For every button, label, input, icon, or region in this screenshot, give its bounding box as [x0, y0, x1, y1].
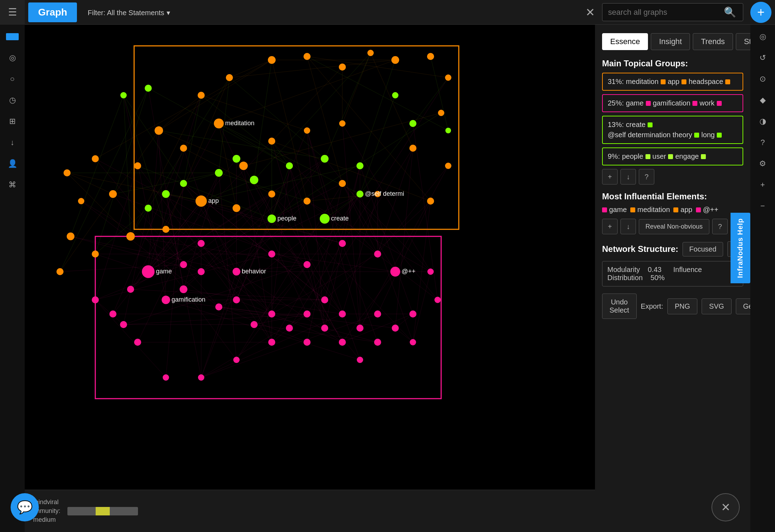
export-label: Export: — [641, 302, 663, 310]
tab-trends[interactable]: Trends — [693, 33, 733, 50]
inf-help-button[interactable]: ? — [712, 219, 728, 234]
inf-term2: meditation — [637, 206, 670, 214]
influential-item-4: @++ — [696, 206, 719, 214]
bottom-bar: mindviral immunity: medium — [25, 490, 620, 532]
group4-term3: engage — [675, 152, 699, 161]
tab-insight[interactable]: Insight — [651, 33, 690, 50]
inf-down-button[interactable]: ↓ — [620, 219, 636, 234]
graph-canvas[interactable] — [25, 25, 644, 532]
group1-dot1 — [661, 79, 666, 84]
rs-help-icon[interactable]: ? — [754, 134, 771, 151]
float-chat-button[interactable]: 💬 — [11, 493, 39, 521]
group3-dot3 — [717, 133, 722, 138]
network-structure-row: Network Structure: Focused ? — [602, 241, 743, 257]
modularity-label: Modularity — [607, 266, 640, 273]
topical-help-button[interactable]: ? — [639, 169, 654, 185]
export-gexf-button[interactable]: Gexf — [736, 298, 750, 314]
undo-select-button[interactable]: Undo Select — [602, 294, 637, 319]
sidebar-download-icon[interactable]: ↓ — [4, 134, 21, 151]
metrics-row: Modularity 0.43 Influence Distribution 5… — [602, 261, 743, 286]
rs-eye-icon[interactable]: ◎ — [754, 28, 771, 45]
group2-dot1 — [646, 101, 651, 106]
sidebar-circle-icon[interactable]: ○ — [4, 71, 21, 87]
rs-contrast-icon[interactable]: ◑ — [754, 113, 771, 130]
sidebar-link-icon[interactable]: ⌘ — [4, 176, 21, 193]
group3-term1: create — [626, 121, 646, 129]
group2-term1: game — [626, 99, 644, 107]
left-sidebar: ◎ ○ ◷ ⊞ ↓ 👤 ⌘ — [0, 25, 25, 532]
group1-dot3 — [725, 79, 730, 84]
close-button[interactable]: ✕ — [585, 6, 595, 19]
float-close-button[interactable]: ✕ — [711, 493, 740, 521]
group4-dot3 — [701, 154, 706, 159]
graph-canvas-el — [25, 25, 644, 532]
influential-title: Most Influential Elements: — [602, 192, 743, 201]
sidebar-eye-icon[interactable]: ◎ — [4, 49, 21, 66]
reveal-button[interactable]: Reveal Non-obvious — [639, 219, 709, 234]
influential-item-3: app — [673, 206, 692, 214]
group1-percent: 31%: — [608, 78, 624, 86]
group2-term2: gamification — [653, 99, 691, 107]
inf-term3: app — [680, 206, 692, 214]
export-svg-button[interactable]: SVG — [702, 298, 731, 314]
sidebar-grid-icon[interactable]: ⊞ — [4, 113, 21, 130]
filter-label[interactable]: Filter: All the Statements ▾ — [88, 7, 170, 17]
immunity-bar — [67, 507, 138, 515]
search-input[interactable] — [608, 8, 721, 17]
group3-term3: long — [701, 131, 715, 139]
group3-dot2 — [694, 133, 699, 138]
menu-button[interactable]: ☰ — [0, 0, 25, 25]
rs-refresh-icon[interactable]: ↺ — [754, 49, 771, 66]
inf-dot3 — [673, 207, 678, 212]
group2-dot2 — [692, 101, 697, 106]
inf-add-button[interactable]: + — [602, 219, 618, 234]
topic-group-3[interactable]: 13%: create @self determination theory l… — [602, 116, 743, 144]
mindviral-line3: medium — [33, 516, 56, 523]
influence-value: 50% — [650, 274, 665, 282]
rs-diamond-icon[interactable]: ◆ — [754, 92, 771, 109]
modularity-value: 0.43 — [648, 266, 662, 273]
group3-term2: @self determination theory — [608, 131, 692, 139]
group2-term3: work — [699, 99, 714, 107]
group4-percent: 9%: — [608, 152, 620, 161]
topical-add-button[interactable]: + — [602, 169, 618, 185]
new-graph-button[interactable]: + — [750, 2, 771, 23]
inf-dot1 — [602, 207, 607, 212]
network-structure-badge: Focused — [683, 242, 723, 256]
group3-percent: 13%: — [608, 121, 624, 129]
topic-group-2[interactable]: 25%: game gamification work — [602, 94, 743, 112]
group3-dot1 — [648, 122, 653, 127]
group1-term1: meditation — [626, 78, 659, 86]
influential-item-1: game — [602, 206, 627, 214]
infranodus-help-panel[interactable]: InfraNodus Help — [731, 213, 750, 283]
tab-essence[interactable]: Essence — [602, 33, 648, 50]
filter-arrow-icon: ▾ — [167, 9, 170, 17]
group4-term1: people — [622, 152, 643, 161]
topic-group-4[interactable]: 9%: people user engage — [602, 147, 743, 165]
sidebar-icon-blue-rect[interactable] — [4, 28, 21, 45]
inf-dot2 — [630, 207, 635, 212]
rs-minus-icon[interactable]: − — [754, 198, 771, 214]
tab-stats[interactable]: Stats — [736, 33, 750, 50]
graph-tab[interactable]: Graph — [28, 2, 77, 22]
group4-dot1 — [645, 154, 650, 159]
influential-item-2: meditation — [630, 206, 670, 214]
rs-plus-icon[interactable]: + — [754, 176, 771, 193]
tab-group: Essence Insight Trends Stats — [602, 33, 743, 50]
topical-down-button[interactable]: ↓ — [620, 169, 636, 185]
topic-group-1[interactable]: 31%: meditation app headspace — [602, 73, 743, 91]
group1-term2: app — [668, 78, 679, 86]
group2-percent: 25%: — [608, 99, 624, 107]
right-sidebar: ◎ ↺ ⊙ ◆ ◑ ? ⚙ + − — [750, 25, 775, 532]
topical-actions: + ↓ ? — [602, 169, 743, 185]
sidebar-user-icon[interactable]: 👤 — [4, 155, 21, 172]
menu-icon: ☰ — [8, 6, 17, 18]
export-row: Undo Select Export: PNG SVG Gexf — [602, 294, 743, 319]
group4-dot2 — [668, 154, 673, 159]
immunity-fill — [96, 507, 110, 515]
export-png-button[interactable]: PNG — [667, 298, 697, 314]
sidebar-clock-icon[interactable]: ◷ — [4, 92, 21, 109]
search-icon[interactable]: 🔍 — [724, 6, 736, 18]
rs-target-icon[interactable]: ⊙ — [754, 71, 771, 87]
rs-settings-icon[interactable]: ⚙ — [754, 155, 771, 172]
